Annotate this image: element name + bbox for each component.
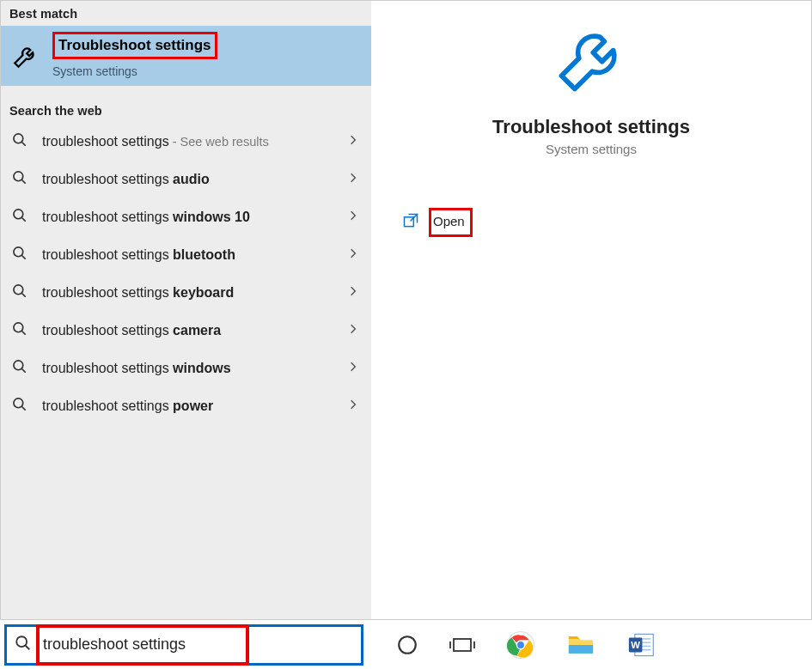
details-title: Troubleshoot settings [492, 116, 690, 138]
svg-point-17 [16, 636, 27, 647]
svg-point-6 [14, 247, 23, 257]
web-result-text: troubleshoot settings camera [42, 323, 333, 338]
web-result-text: troubleshoot settings windows 10 [42, 210, 333, 225]
svg-point-0 [14, 134, 23, 143]
svg-line-9 [22, 294, 26, 297]
svg-point-14 [14, 398, 23, 408]
task-view-icon[interactable] [449, 634, 475, 656]
web-result[interactable]: troubleshoot settings windows [1, 350, 371, 387]
web-result-text: troubleshoot settings keyboard [42, 285, 333, 301]
search-web-header: Search the web [1, 98, 371, 123]
svg-point-4 [14, 210, 23, 219]
search-icon [11, 245, 28, 265]
svg-point-10 [14, 323, 23, 332]
details-panel: Troubleshoot settings System settings Op… [371, 1, 811, 619]
best-match-header: Best match [1, 1, 371, 26]
chevron-right-icon[interactable] [347, 398, 359, 414]
web-result[interactable]: troubleshoot settings power [1, 387, 371, 425]
svg-line-3 [22, 180, 26, 184]
chevron-right-icon[interactable] [347, 134, 359, 149]
open-action[interactable]: Open [402, 208, 811, 237]
search-icon [11, 131, 28, 152]
web-result[interactable]: troubleshoot settings audio [1, 161, 371, 198]
web-result-text: troubleshoot settings bluetooth [42, 247, 333, 263]
svg-line-7 [22, 256, 26, 259]
wrench-icon [552, 20, 631, 102]
open-label: Open [433, 214, 465, 228]
web-result[interactable]: troubleshoot settings keyboard [1, 274, 371, 312]
cortana-icon[interactable] [396, 634, 418, 656]
search-icon [11, 283, 28, 303]
chevron-right-icon[interactable] [347, 323, 359, 338]
svg-line-11 [22, 331, 26, 335]
best-match-title: Troubleshoot settings [58, 37, 211, 53]
chevron-right-icon[interactable] [347, 285, 359, 301]
svg-line-5 [22, 218, 26, 222]
wrench-icon [11, 41, 40, 70]
web-result[interactable]: troubleshoot settings bluetooth [1, 236, 371, 274]
best-match-subtitle: System settings [52, 64, 217, 78]
chevron-right-icon[interactable] [347, 172, 359, 187]
svg-line-13 [22, 369, 26, 373]
web-result-text: troubleshoot settings audio [42, 172, 333, 187]
svg-point-25 [517, 642, 524, 648]
search-icon [11, 396, 28, 417]
svg-rect-20 [454, 639, 471, 651]
open-icon [402, 212, 419, 233]
svg-point-8 [14, 285, 23, 295]
file-explorer-icon[interactable] [566, 630, 595, 660]
svg-line-1 [22, 143, 26, 146]
svg-line-18 [26, 645, 30, 649]
chevron-right-icon[interactable] [347, 247, 359, 263]
svg-point-19 [399, 636, 416, 654]
taskbar: W [0, 620, 812, 669]
best-match-title-highlight: Troubleshoot settings [52, 32, 217, 59]
word-icon[interactable]: W [626, 630, 656, 660]
web-result-text: troubleshoot settings power [42, 398, 333, 414]
search-icon [11, 320, 28, 341]
web-result-text: troubleshoot settings - See web results [42, 134, 333, 149]
details-subtitle: System settings [546, 142, 637, 156]
search-icon [11, 207, 28, 228]
search-input[interactable] [43, 636, 354, 654]
chevron-right-icon[interactable] [347, 361, 359, 376]
svg-text:W: W [631, 640, 640, 650]
best-match-result[interactable]: Troubleshoot settings System settings [1, 26, 371, 86]
taskbar-search-box[interactable] [4, 624, 363, 666]
web-result-text: troubleshoot settings windows [42, 361, 333, 376]
open-highlight: Open [429, 208, 473, 237]
chevron-right-icon[interactable] [347, 210, 359, 225]
web-result[interactable]: troubleshoot settings camera [1, 312, 371, 350]
svg-rect-26 [569, 645, 593, 654]
web-result[interactable]: troubleshoot settings - See web results [1, 123, 371, 161]
svg-point-2 [14, 172, 23, 181]
search-results-panel: Best match Troubleshoot settings System … [1, 1, 371, 619]
svg-line-15 [22, 407, 26, 411]
web-result[interactable]: troubleshoot settings windows 10 [1, 198, 371, 236]
search-icon [14, 634, 33, 656]
chrome-icon[interactable] [506, 630, 535, 660]
search-icon [11, 358, 28, 379]
svg-point-12 [14, 361, 23, 370]
search-icon [11, 169, 28, 190]
